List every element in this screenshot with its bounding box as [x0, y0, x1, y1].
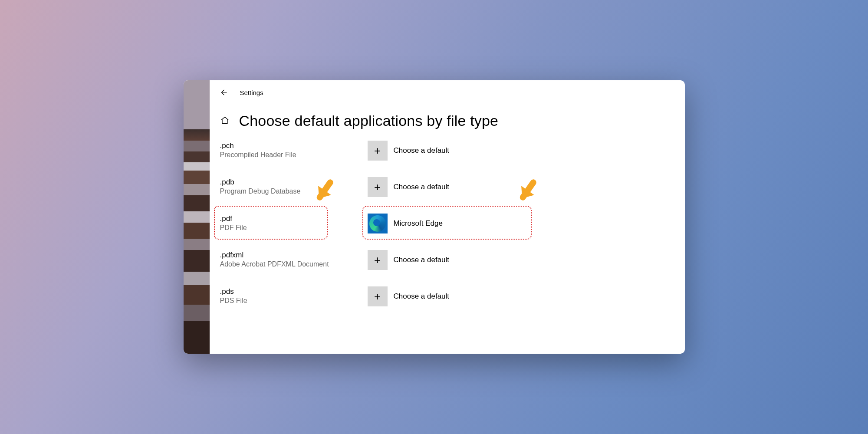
- file-description: PDS File: [220, 297, 368, 305]
- file-description: PDF File: [220, 224, 368, 232]
- edge-logo-icon: [369, 215, 386, 232]
- file-extension: .pdb: [220, 178, 368, 187]
- file-type-row: .pch Precompiled Header File + Choose a …: [220, 141, 685, 177]
- file-type-info: .pdf PDF File: [220, 214, 368, 232]
- default-app-cell[interactable]: + Choose a default: [368, 250, 450, 270]
- choose-default-button[interactable]: +: [368, 177, 388, 197]
- back-button[interactable]: [219, 88, 228, 97]
- file-type-row-pdf: .pdf PDF File Microsoft Edge: [220, 214, 685, 250]
- home-icon[interactable]: [220, 115, 230, 127]
- default-app-label: Choose a default: [394, 292, 450, 301]
- file-type-row: .pdfxml Adobe Acrobat PDFXML Document + …: [220, 250, 685, 286]
- file-extension: .pdfxml: [220, 251, 368, 260]
- file-type-info: .pch Precompiled Header File: [220, 141, 368, 159]
- topbar-title: Settings: [240, 89, 263, 96]
- file-description: Precompiled Header File: [220, 151, 368, 159]
- plus-icon: +: [374, 254, 381, 266]
- page-title: Choose default applications by file type: [239, 112, 499, 129]
- file-extension: .pch: [220, 141, 368, 150]
- arrow-left-icon: [220, 89, 227, 96]
- file-description: Program Debug Database: [220, 187, 368, 195]
- plus-icon: +: [374, 181, 381, 193]
- file-description: Adobe Acrobat PDFXML Document: [220, 260, 368, 268]
- desktop-peek-strip: [184, 80, 210, 354]
- default-app-cell[interactable]: + Choose a default: [368, 286, 450, 306]
- file-extension: .pdf: [220, 214, 368, 223]
- edge-app-icon[interactable]: [368, 214, 388, 233]
- settings-window: Settings Choose default applications by …: [184, 80, 685, 354]
- file-type-row: .pdb Program Debug Database + Choose a d…: [220, 177, 685, 214]
- file-type-info: .pdb Program Debug Database: [220, 177, 368, 195]
- default-app-label: Choose a default: [394, 183, 450, 191]
- page-header: Choose default applications by file type: [210, 105, 685, 141]
- default-app-cell[interactable]: + Choose a default: [368, 141, 450, 161]
- settings-content: Settings Choose default applications by …: [210, 80, 685, 354]
- file-type-info: .pdfxml Adobe Acrobat PDFXML Document: [220, 250, 368, 268]
- file-extension: .pds: [220, 287, 368, 296]
- default-app-cell[interactable]: Microsoft Edge: [368, 214, 443, 233]
- default-app-label: Microsoft Edge: [394, 219, 443, 228]
- choose-default-button[interactable]: +: [368, 141, 388, 161]
- plus-icon: +: [374, 145, 381, 156]
- file-type-list: .pch Precompiled Header File + Choose a …: [210, 141, 685, 323]
- file-type-info: .pds PDS File: [220, 286, 368, 305]
- file-type-row: .pds PDS File + Choose a default: [220, 286, 685, 323]
- choose-default-button[interactable]: +: [368, 250, 388, 270]
- default-app-cell[interactable]: + Choose a default: [368, 177, 450, 197]
- topbar: Settings: [210, 80, 685, 105]
- default-app-label: Choose a default: [394, 146, 450, 155]
- default-app-label: Choose a default: [394, 256, 450, 264]
- choose-default-button[interactable]: +: [368, 286, 388, 306]
- plus-icon: +: [374, 291, 381, 302]
